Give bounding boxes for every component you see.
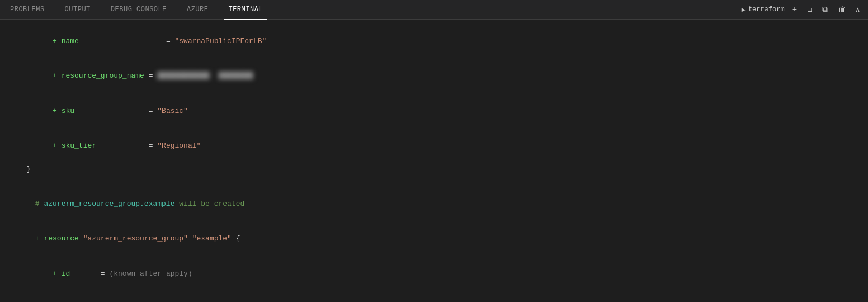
tab-azure[interactable]: AZURE [182,0,213,20]
add-terminal-button[interactable]: + [790,4,799,15]
tab-debug-console[interactable]: DEBUG CONSOLE [106,0,171,20]
maximize-panel-button[interactable]: ∧ [853,4,862,16]
sign-name: + [26,37,61,45]
line-comment: # azurerm_resource_group.example will be… [9,187,859,221]
line-sku-tier: + sku_tier = "Regional" [9,129,859,163]
tab-output[interactable]: OUTPUT [60,0,95,20]
val-name: "swarnaPublicIPForLB" [175,37,267,45]
terminal-run-icon: ▶ [742,6,746,14]
line-name: + name = "swarnaPublicIPForLB" [9,24,859,59]
val-sku-tier: "Regional" [157,141,201,150]
tab-bar: PROBLEMS OUTPUT DEBUG CONSOLE AZURE TERM… [0,0,868,20]
blank-1 [9,175,859,187]
split-terminal-button[interactable]: ⊟ [805,4,814,16]
tab-terminal[interactable]: TERMINAL [224,0,267,20]
toolbar-right: ▶ terraform + ⊟ ⧉ 🗑 ∧ [742,4,862,16]
val-resource-group-blurred: ████████████ ████████ [157,70,253,82]
line-resource-group-name: + resource_group_name = ████████████ ███… [9,59,859,93]
key-name: name [62,37,79,45]
delete-terminal-button[interactable]: 🗑 [836,4,848,15]
split-editor-button[interactable]: ⧉ [820,4,830,15]
terminal-content: + name = "swarnaPublicIPForLB" + resourc… [0,20,868,302]
val-sku: "Basic" [157,107,188,115]
line-sku: + sku = "Basic" [9,94,859,129]
line-location: + location = "westeurope" [9,291,859,302]
line-close-1: } [9,164,859,176]
line-resource: + resource "azurerm_resource_group" "exa… [9,222,859,257]
terminal-name-display: ▶ terraform [742,6,785,14]
line-id: + id = (known after apply) [9,257,859,291]
tab-problems[interactable]: PROBLEMS [6,0,49,20]
tab-list: PROBLEMS OUTPUT DEBUG CONSOLE AZURE TERM… [6,0,267,20]
terminal-label: terraform [748,6,785,13]
